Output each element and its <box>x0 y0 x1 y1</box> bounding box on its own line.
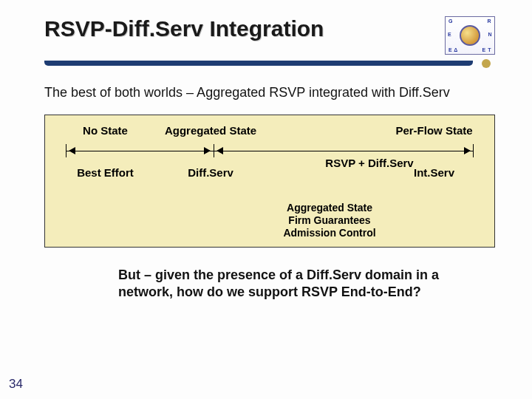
label-per-flow-state: Per-Flow State <box>384 124 484 137</box>
logo-letter: Ε Δ <box>449 47 458 52</box>
label-rsvp-diffserv: RSVP + Diff.Serv <box>267 157 472 169</box>
spectrum-axis <box>55 144 484 157</box>
page-number: 34 <box>9 377 23 392</box>
globe-icon <box>460 25 480 46</box>
grnet-logo: G R E N Ε Δ Ε Τ <box>445 16 495 55</box>
benefits-list: Aggregated State Firm Guarantees Admissi… <box>245 202 415 239</box>
tick-icon <box>473 144 474 157</box>
benefit-item: Firm Guarantees <box>245 214 415 227</box>
followup-question: But – given the presence of a Diff.Serv … <box>118 267 466 301</box>
tick-icon <box>66 144 66 157</box>
title-rule <box>44 61 495 68</box>
label-best-effort: Best Effort <box>55 166 155 179</box>
slide-title: RSVP-Diff.Serv Integration <box>44 16 324 41</box>
arrow-left-icon <box>216 147 223 154</box>
title-row: RSVP-Diff.Serv Integration G R E N Ε Δ Ε… <box>44 16 495 55</box>
logo-letter: N <box>488 32 492 37</box>
logo-letter: R <box>487 18 491 24</box>
benefit-item: Admission Control <box>245 227 415 239</box>
rule-dot-icon <box>482 59 491 68</box>
spectrum-diagram: No State Aggregated State Per-Flow State… <box>44 115 495 248</box>
arrow-right-icon <box>464 147 471 154</box>
arrow-right-icon <box>204 147 211 154</box>
top-label-row: No State Aggregated State Per-Flow State <box>55 124 484 137</box>
tick-icon <box>214 144 214 157</box>
logo-letter: Ε Τ <box>482 47 491 52</box>
axis-line-icon <box>66 151 474 151</box>
subtitle-text: The best of both worlds – Aggregated RSV… <box>44 84 495 101</box>
label-aggregated-state: Aggregated State <box>155 124 266 137</box>
label-no-state: No State <box>55 124 155 137</box>
logo-letter: E <box>448 32 451 37</box>
arrow-left-icon <box>69 147 75 154</box>
label-diffserv: Diff.Serv <box>155 166 266 179</box>
logo-letter: G <box>449 18 453 24</box>
slide: RSVP-Diff.Serv Integration G R E N Ε Δ Ε… <box>0 0 532 399</box>
benefit-item: Aggregated State <box>245 202 415 214</box>
